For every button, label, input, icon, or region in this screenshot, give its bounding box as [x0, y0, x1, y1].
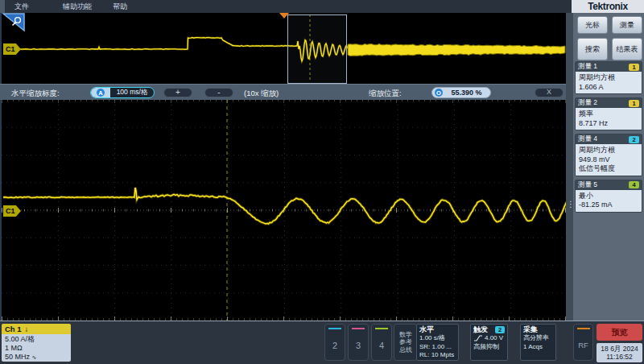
overview-waveform-panel[interactable]: C1: [0, 13, 568, 84]
channel2-color-line: [328, 328, 341, 329]
panel-divider[interactable]: ⋮: [566, 13, 573, 321]
ref-label: 参考: [399, 338, 412, 346]
brand-logo-text: Tektronix: [588, 1, 628, 12]
measurement-value: 8.717 Hz: [579, 119, 638, 129]
zoom-close-button[interactable]: X: [535, 88, 564, 97]
menu-accent-strip: [0, 0, 5, 13]
trigger-panel[interactable]: 触发 2 4.00 V 高频抑制: [470, 324, 508, 361]
math-ref-bus-button[interactable]: 数学 参考 总线: [394, 324, 418, 361]
measurement-type: 最小: [579, 192, 638, 201]
measurement-type: 周期均方根: [579, 73, 638, 83]
channel4-color-line: [375, 328, 388, 329]
trigger-coupling: 高频抑制: [473, 343, 505, 352]
measurement-badge-1[interactable]: 测量 1 1 周期均方根 1.606 A: [575, 61, 642, 94]
horizontal-sample-rate: SR: 1.00 ...: [419, 343, 456, 352]
channel3-label: 3: [349, 341, 368, 350]
channel1-impedance: 1 MΩ: [5, 344, 68, 353]
menu-utility[interactable]: 辅助功能: [63, 2, 92, 12]
bw-limit-icon: ∿: [32, 354, 37, 360]
rf-label: RF: [574, 341, 592, 350]
horizontal-panel[interactable]: 水平 1.00 s/格 SR: 1.00 ... RL: 10 Mpts: [416, 324, 459, 361]
trigger-slope-icon: [473, 334, 483, 342]
acquisition-mode: 高分辨率: [523, 334, 553, 343]
oscilloscope-screen: 文件 辅助功能 帮助 Tektronix C1 水平缩放标度: A 100 ms…: [0, 0, 644, 364]
trigger-level: 4.00 V: [485, 334, 503, 343]
measurement-title: 测量 2: [578, 98, 597, 108]
menu-file[interactable]: 文件: [14, 2, 29, 12]
zoom-scale-value: 100 ms/格: [110, 88, 154, 97]
measurement-badge-5[interactable]: 测量 5 4 最小 -81.25 mA: [575, 180, 642, 213]
channel1-bandwidth: 50 MHz: [5, 353, 30, 361]
preview-button[interactable]: 预览: [597, 324, 642, 341]
zoom-position-value: 55.390 %: [443, 89, 490, 97]
measurement-title: 测量 4: [578, 134, 597, 144]
acquisition-panel[interactable]: 采集 高分辨率 1 Acqs: [520, 324, 556, 361]
overview-waveform: [2, 13, 568, 84]
channel4-button[interactable]: 4: [371, 324, 392, 361]
measurement-value: 1.606 A: [579, 83, 638, 93]
channel2-button[interactable]: 2: [324, 324, 345, 361]
measurement-value: 949.8 mV: [579, 155, 638, 165]
channel4-label: 4: [372, 341, 391, 350]
results-table-button[interactable]: 结果表: [612, 38, 642, 60]
zoom-scale-label: 水平缩放标度:: [11, 89, 60, 99]
time-text: 11:16:52: [606, 353, 632, 361]
zoom-window[interactable]: [287, 14, 347, 84]
bottom-status-bar: Ch 1 ↓ 5.00 A/格 1 MΩ 50 MHz ∿ 2 3 4 数学 参…: [0, 321, 644, 364]
zoom-scale-control[interactable]: A 100 ms/格: [90, 87, 155, 98]
channel1-scale: 5.00 A/格: [5, 335, 68, 344]
datetime-display: 18 6月 2024 11:16:52: [597, 343, 642, 362]
channel3-button[interactable]: 3: [348, 324, 369, 361]
horizontal-record-length: RL: 10 Mpts: [419, 351, 456, 360]
zoom-out-button[interactable]: -: [204, 88, 233, 97]
channel2-label: 2: [325, 341, 345, 350]
date-text: 18 6月 2024: [601, 345, 638, 353]
measurement-badge-4[interactable]: 测量 4 2 周期均方根 949.8 mV 低信号幅度: [575, 134, 642, 176]
channel3-color-line: [352, 328, 365, 329]
zoom-position-control[interactable]: O 55.390 %: [431, 87, 491, 98]
zoom-toolbar: 水平缩放标度: A 100 ms/格 + - (10x 缩放) 缩放位置: O …: [0, 84, 572, 100]
menu-help[interactable]: 帮助: [113, 2, 127, 12]
measurement-title: 测量 5: [578, 180, 597, 190]
knob-o-icon: O: [435, 89, 443, 97]
sidebar-buttons: 光标 测量 搜索 结果表: [577, 16, 642, 60]
source-badge: 1: [629, 100, 639, 107]
results-sidebar: 光标 测量 搜索 结果表 测量 1 1 周期均方根 1.606 A 测量 2 1: [573, 13, 644, 321]
measurement-type: 周期均方根: [579, 146, 638, 155]
measurement-warning: 低信号幅度: [579, 164, 638, 174]
horizontal-scale: 1.00 s/格: [419, 334, 456, 343]
rf-button[interactable]: RF: [573, 324, 593, 361]
zoom-factor-label: (10x 缩放): [244, 89, 279, 99]
rf-color-line: [577, 328, 590, 329]
zoomed-waveform-panel[interactable]: C1: [0, 100, 568, 321]
channel1-title: Ch 1: [5, 325, 22, 333]
knob-a-segment: A: [91, 88, 110, 97]
trigger-position-icon[interactable]: [279, 13, 289, 19]
search-button[interactable]: 搜索: [577, 38, 608, 60]
arrow-down-icon: ↓: [25, 325, 29, 333]
menu-bar: 文件 辅助功能 帮助: [0, 0, 572, 14]
trigger-source-badge: 2: [495, 326, 505, 333]
zoom-mode-icon[interactable]: [2, 13, 26, 32]
measurement-type: 频率: [579, 110, 638, 119]
zoom-in-button[interactable]: +: [163, 88, 192, 97]
measurement-list: 测量 1 1 周期均方根 1.606 A 测量 2 1 频率 8.717 Hz: [575, 61, 642, 216]
brand-logo: Tektronix: [572, 0, 644, 13]
measure-button[interactable]: 测量: [612, 16, 642, 34]
zoomed-waveform: [2, 100, 568, 321]
zoom-position-label: 缩放位置:: [369, 89, 402, 99]
acquisition-count: 1 Acqs: [523, 343, 553, 352]
source-badge: 1: [629, 64, 639, 71]
measurement-badge-2[interactable]: 测量 2 1 频率 8.717 Hz: [575, 97, 642, 130]
measurement-value: -81.25 mA: [579, 201, 638, 210]
measurement-title: 测量 1: [578, 62, 597, 72]
source-badge: 2: [629, 136, 639, 143]
bus-label: 总线: [399, 346, 412, 354]
math-label: 数学: [399, 331, 412, 339]
source-badge: 4: [629, 181, 639, 188]
channel1-badge[interactable]: Ch 1 ↓ 5.00 A/格 1 MΩ 50 MHz ∿: [2, 324, 71, 362]
cursors-button[interactable]: 光标: [577, 16, 608, 34]
knob-a-icon: A: [97, 89, 105, 97]
